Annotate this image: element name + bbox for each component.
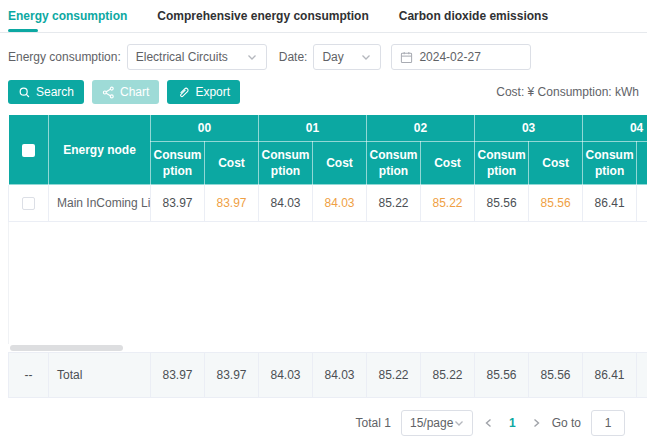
hour-group-02: 02 (367, 115, 475, 142)
total-cost-value: 84.03 (313, 353, 367, 398)
horizontal-scrollbar-track (8, 344, 647, 352)
chevron-down-icon (246, 51, 258, 63)
chevron-down-icon (360, 51, 372, 63)
consumption-subheader: Consumption (475, 142, 529, 185)
tab-comprehensive-energy-consumption[interactable]: Comprehensive energy consumption (157, 0, 368, 32)
cost-subheader: Cost (637, 142, 647, 185)
energy-table: Energy node 00 01 02 03 04 Consumption C… (8, 114, 647, 398)
tab-label: Comprehensive energy consumption (157, 9, 368, 23)
total-consumption-value: 83.97 (151, 353, 205, 398)
export-button[interactable]: Export (167, 80, 240, 104)
total-cost-value: 85.56 (529, 353, 583, 398)
search-icon (18, 86, 31, 99)
export-button-label: Export (195, 85, 230, 99)
consumption-value: 86.41 (583, 185, 637, 222)
hour-group-01: 01 (259, 115, 367, 142)
consumption-subheader: Consumption (259, 142, 313, 185)
tab-carbon-dioxide-emissions[interactable]: Carbon dioxide emissions (399, 0, 548, 32)
page-size-select[interactable]: 15/page (401, 410, 473, 436)
select-all-checkbox[interactable] (22, 144, 35, 157)
total-consumption-value: 86.41 (583, 353, 637, 398)
cost-value: 85.22 (421, 185, 475, 222)
energy-type-select[interactable]: Electrical Circuits (127, 44, 267, 70)
cost-value: 83.97 (205, 185, 259, 222)
toolbar: Search Chart Export Cost: ¥ Consumption:… (8, 80, 639, 104)
chevron-left-icon (483, 417, 495, 429)
date-label: Date: (279, 50, 308, 64)
units-note: Cost: ¥ Consumption: kWh (496, 85, 639, 99)
total-consumption-value: 84.03 (259, 353, 313, 398)
consumption-subheader: Consumption (367, 142, 421, 185)
cost-subheader: Cost (313, 142, 367, 185)
consumption-subheader: Consumption (151, 142, 205, 185)
chart-button-label: Chart (120, 85, 149, 99)
total-consumption-value: 85.22 (367, 353, 421, 398)
table-row: Main InComing Lin... 83.97 83.97 84.03 8… (9, 185, 647, 222)
energy-node-name: Main InComing Lin... (49, 185, 151, 222)
date-granularity-value: Day (322, 50, 343, 64)
prev-page-button[interactable] (483, 417, 495, 429)
date-value: 2024-02-27 (419, 50, 480, 64)
chart-share-icon (102, 86, 115, 99)
cost-value (637, 185, 647, 222)
cost-subheader: Cost (529, 142, 583, 185)
calendar-icon (400, 51, 413, 64)
energy-node-header: Energy node (49, 115, 151, 185)
energy-consumption-panel: Energy consumption Comprehensive energy … (0, 0, 647, 439)
row-checkbox[interactable] (22, 197, 35, 210)
chevron-right-icon (530, 417, 542, 429)
tab-label: Carbon dioxide emissions (399, 9, 548, 23)
hour-group-00: 00 (151, 115, 259, 142)
consumption-value: 85.56 (475, 185, 529, 222)
total-cost-value: 85.22 (421, 353, 475, 398)
select-all-cell (9, 115, 49, 185)
row-select-cell (9, 185, 49, 222)
pagination-total: Total 1 (356, 416, 391, 430)
energy-consumption-label: Energy consumption: (8, 50, 121, 64)
table-body-empty-area (8, 222, 647, 344)
energy-type-value: Electrical Circuits (136, 50, 228, 64)
consumption-value: 83.97 (151, 185, 205, 222)
goto-label: Go to (552, 416, 581, 430)
paperclip-icon (177, 86, 190, 99)
total-row: -- Total 83.97 83.97 84.03 84.03 85.22 8… (9, 353, 647, 398)
total-row-mark: -- (9, 353, 49, 398)
date-granularity-select[interactable]: Day (313, 44, 381, 70)
tab-energy-consumption[interactable]: Energy consumption (8, 0, 127, 32)
chevron-down-icon (453, 417, 465, 429)
next-page-button[interactable] (530, 417, 542, 429)
tab-bar: Energy consumption Comprehensive energy … (0, 0, 647, 33)
horizontal-scrollbar-thumb[interactable] (10, 345, 123, 351)
hour-group-03: 03 (475, 115, 583, 142)
chart-button[interactable]: Chart (92, 80, 159, 104)
consumption-value: 84.03 (259, 185, 313, 222)
total-row-label: Total (49, 353, 151, 398)
cost-subheader: Cost (421, 142, 475, 185)
page-number-1[interactable]: 1 (505, 416, 520, 430)
cost-value: 85.56 (529, 185, 583, 222)
filter-bar: Energy consumption: Electrical Circuits … (8, 44, 639, 70)
consumption-subheader: Consumption (583, 142, 637, 185)
consumption-value: 85.22 (367, 185, 421, 222)
cost-subheader: Cost (205, 142, 259, 185)
search-button[interactable]: Search (8, 80, 84, 104)
total-cost-value (637, 353, 647, 398)
search-button-label: Search (36, 85, 74, 99)
total-cost-value: 83.97 (205, 353, 259, 398)
pagination-bar: Total 1 15/page 1 Go to (0, 410, 647, 436)
date-picker[interactable]: 2024-02-27 (391, 44, 531, 70)
page-size-value: 15/page (410, 416, 453, 430)
goto-page-input[interactable] (591, 410, 625, 436)
cost-value: 84.03 (313, 185, 367, 222)
total-consumption-value: 85.56 (475, 353, 529, 398)
hour-group-04: 04 (583, 115, 647, 142)
tab-label: Energy consumption (8, 9, 127, 23)
